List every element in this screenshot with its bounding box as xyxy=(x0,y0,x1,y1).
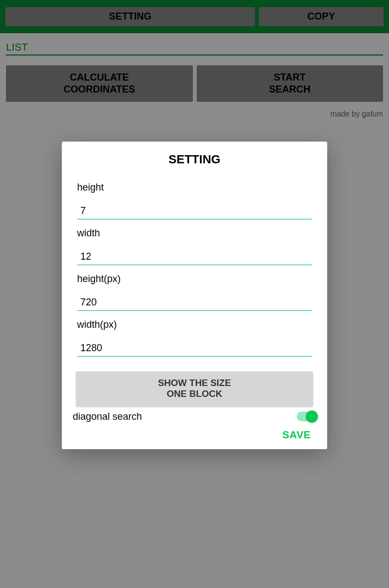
width-px-field-group: width(px) xyxy=(73,319,317,357)
height-px-field-group: height(px) xyxy=(73,273,317,311)
dialog-actions: SAVE xyxy=(73,425,317,441)
diagonal-search-row: diagonal search xyxy=(73,410,317,425)
dialog-title: SETTING xyxy=(73,152,317,167)
toggle-thumb xyxy=(306,411,318,422)
diagonal-search-label: diagonal search xyxy=(73,411,142,422)
width-field-group: width xyxy=(73,228,317,265)
width-px-label: width(px) xyxy=(77,319,312,330)
height-px-label: height(px) xyxy=(77,273,312,285)
width-label: width xyxy=(77,228,312,239)
height-label: height xyxy=(77,182,312,193)
height-px-input[interactable] xyxy=(77,295,312,311)
width-px-input[interactable] xyxy=(77,340,312,357)
height-input[interactable] xyxy=(77,203,312,219)
height-field-group: height xyxy=(73,182,317,219)
setting-dialog: SETTING height width height(px) width(px… xyxy=(62,142,327,449)
diagonal-search-toggle[interactable] xyxy=(297,412,317,421)
save-button[interactable]: SAVE xyxy=(282,429,311,441)
width-input[interactable] xyxy=(77,249,312,265)
show-size-button[interactable]: SHOW THE SIZEONE BLOCK xyxy=(76,371,313,407)
